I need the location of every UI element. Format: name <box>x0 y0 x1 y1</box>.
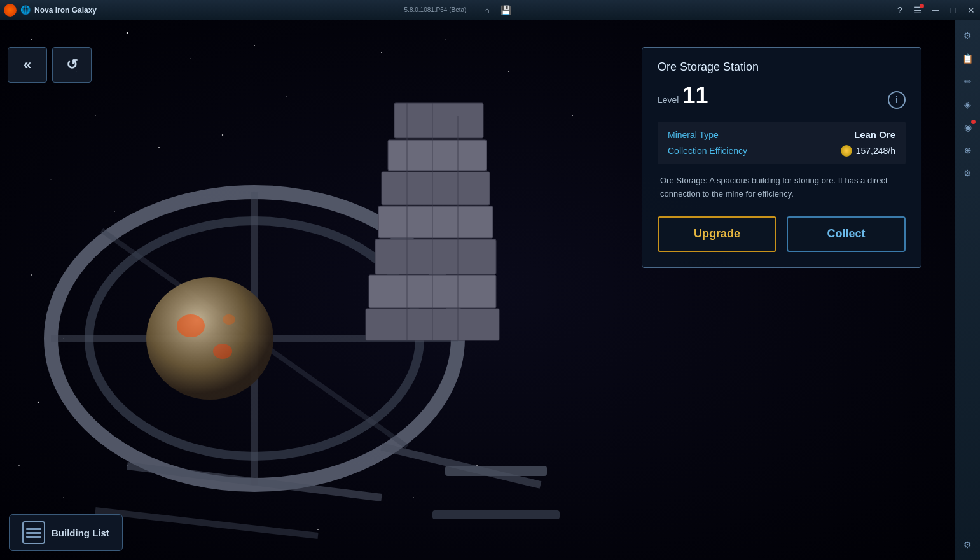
mineral-type-row: Mineral Type Lean Ore <box>668 129 895 140</box>
svg-point-42 <box>146 277 273 400</box>
svg-rect-34 <box>382 172 490 205</box>
svg-rect-32 <box>394 103 483 138</box>
sidebar-icon-6[interactable]: ⚙ <box>958 163 978 183</box>
mineral-type-value: Lean Ore <box>854 129 895 140</box>
info-panel: Ore Storage Station Level 11 i Mineral T… <box>642 47 921 268</box>
collect-button[interactable]: Collect <box>787 216 906 252</box>
app-title-icon: 🌐 <box>20 5 31 15</box>
titlebar-minimize-btn[interactable]: ─ <box>927 1 944 19</box>
svg-point-45 <box>223 314 235 325</box>
app-subtitle: 5.8.0.1081.P64 (Beta) <box>404 6 467 13</box>
back-button[interactable]: « <box>8 47 47 83</box>
building-list-icon <box>22 521 45 544</box>
titlebar-nav-icons: ⌂ 💾 <box>478 1 514 19</box>
sidebar-icon-3[interactable]: ✏ <box>958 71 978 92</box>
titlebar: 🌐 Nova Iron Galaxy 5.8.0.1081.P64 (Beta)… <box>0 0 980 20</box>
refresh-icon: ↺ <box>66 57 78 73</box>
titlebar-close-btn[interactable]: ✕ <box>962 1 980 19</box>
building-list-icon-line1 <box>26 528 41 530</box>
stats-section: Mineral Type Lean Ore Collection Efficie… <box>658 122 906 164</box>
titlebar-maximize-btn[interactable]: □ <box>944 1 962 19</box>
station-svg <box>0 52 572 560</box>
svg-rect-47 <box>432 510 560 519</box>
building-list-icon-line3 <box>26 536 41 538</box>
titlebar-save-btn[interactable]: 💾 <box>497 1 514 19</box>
svg-point-0 <box>31 39 32 40</box>
mineral-type-label: Mineral Type <box>668 130 719 140</box>
right-sidebar: ⚙ 📋 ✏ ◈ ◉ ⊕ ⚙ ⚙ <box>955 20 980 560</box>
action-buttons: Upgrade Collect <box>658 216 906 252</box>
svg-point-4 <box>254 45 255 46</box>
speed-icon <box>841 145 852 157</box>
nav-buttons: « ↺ <box>8 47 92 83</box>
sidebar-icon-notification[interactable]: ◉ <box>958 117 978 137</box>
sidebar-icon-bottom[interactable]: ⚙ <box>958 535 978 555</box>
svg-point-44 <box>213 344 232 359</box>
svg-point-2 <box>127 32 128 34</box>
game-area: « ↺ Ore Storage Station Level 11 i Miner… <box>0 20 955 560</box>
building-list-icon-line2 <box>26 532 41 534</box>
building-list-label: Building List <box>52 528 109 538</box>
titlebar-home-btn[interactable]: ⌂ <box>478 1 495 19</box>
level-label: Level <box>658 95 679 105</box>
svg-rect-36 <box>375 239 496 274</box>
panel-description: Ore Storage: A spacious building for sto… <box>658 174 906 201</box>
panel-title-row: Ore Storage Station <box>658 60 906 74</box>
svg-rect-35 <box>378 206 493 238</box>
panel-title: Ore Storage Station <box>658 60 759 74</box>
svg-rect-33 <box>388 140 487 171</box>
collection-efficiency-value: 157,248/h <box>841 145 895 157</box>
building-list-button[interactable]: Building List <box>9 514 123 551</box>
titlebar-help-btn[interactable]: ? <box>891 1 909 19</box>
panel-title-divider <box>766 67 906 67</box>
collection-efficiency-label: Collection Efficiency <box>668 146 747 156</box>
svg-rect-46 <box>445 466 547 476</box>
sidebar-icon-4[interactable]: ◈ <box>958 94 978 115</box>
refresh-button[interactable]: ↺ <box>52 47 92 83</box>
info-icon-button[interactable]: i <box>888 91 906 109</box>
svg-line-30 <box>95 510 318 536</box>
svg-point-43 <box>177 314 205 337</box>
titlebar-menu-btn[interactable]: ☰ <box>909 1 927 19</box>
upgrade-button[interactable]: Upgrade <box>658 216 776 252</box>
collection-efficiency-number: 157,248/h <box>856 146 895 156</box>
svg-point-11 <box>445 39 445 39</box>
level-row: Level 11 i <box>658 84 906 109</box>
app-title: Nova Iron Galaxy <box>34 6 404 15</box>
sidebar-icon-2[interactable]: 📋 <box>958 48 978 69</box>
collection-efficiency-row: Collection Efficiency 157,248/h <box>668 145 895 157</box>
level-number: 11 <box>682 84 708 107</box>
sidebar-icon-5[interactable]: ⊕ <box>958 140 978 160</box>
back-icon: « <box>24 57 31 73</box>
sidebar-icon-1[interactable]: ⚙ <box>958 25 978 46</box>
app-icon <box>4 4 17 17</box>
